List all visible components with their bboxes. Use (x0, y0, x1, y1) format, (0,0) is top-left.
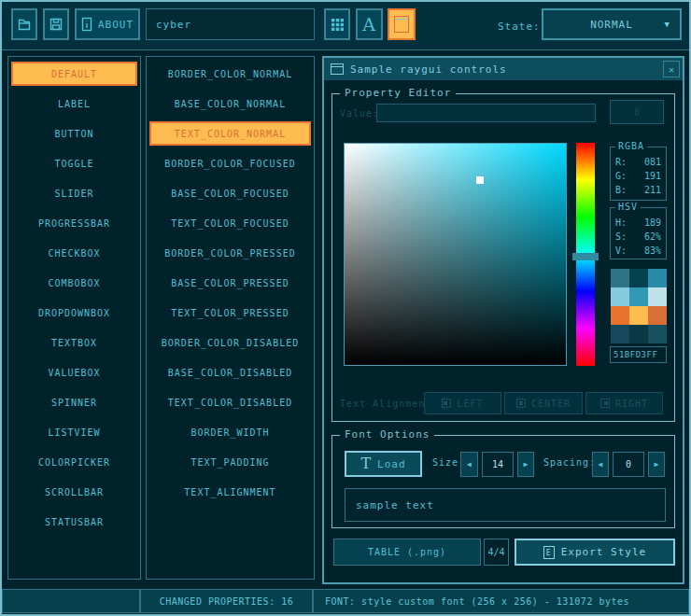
load-font-button[interactable]: T Load (345, 451, 422, 477)
property-item-border_color_focused[interactable]: BORDER_COLOR_FOCUSED (149, 151, 311, 175)
font-load-icon: T (360, 456, 372, 471)
palette-swatch-0[interactable] (611, 269, 629, 287)
export-format-button[interactable]: TABLE (.png) (333, 539, 481, 566)
spacing-increase-button[interactable]: ▶ (648, 452, 665, 477)
control-item-dropdownbox[interactable]: DROPDOWNBOX (11, 301, 137, 325)
state-dropdown[interactable]: NORMAL ▼ (542, 8, 682, 40)
palette-swatch-4[interactable] (629, 287, 648, 306)
format-pages-box[interactable]: 4/4 (484, 539, 509, 566)
export-style-label: Export Style (561, 546, 646, 558)
palette-swatch-5[interactable] (648, 287, 667, 306)
value-spinner-button[interactable]: 0 (610, 100, 664, 124)
control-item-label[interactable]: LABEL (11, 91, 137, 116)
arrow-right-icon: ▶ (655, 460, 659, 469)
palette-swatch-11[interactable] (648, 325, 667, 343)
hue-slider-handle[interactable] (572, 253, 599, 260)
sample-controls-window: Sample raygui controls ✕ Property Editor… (322, 56, 684, 584)
property-item-border_color_pressed[interactable]: BORDER_COLOR_PRESSED (149, 241, 311, 265)
g-label: G: (615, 169, 627, 183)
control-item-default[interactable]: DEFAULT (11, 62, 137, 86)
b-label: B: (615, 183, 627, 197)
style-palette-button[interactable] (324, 8, 350, 40)
s-value: 62% (644, 230, 661, 244)
palette-swatch-2[interactable] (648, 269, 667, 287)
arrow-right-icon: ▶ (524, 460, 529, 469)
control-item-colorpicker[interactable]: COLORPICKER (11, 450, 137, 474)
property-item-text_padding[interactable]: TEXT_PADDING (149, 450, 311, 474)
property-item-border_width[interactable]: BORDER_WIDTH (149, 420, 311, 444)
export-style-button[interactable]: E Export Style (515, 539, 675, 566)
sample-window-titlebar[interactable]: Sample raygui controls ✕ (324, 58, 683, 80)
chevron-down-icon: ▼ (665, 20, 670, 29)
load-font-label: Load (377, 458, 406, 470)
palette-swatch-6[interactable] (611, 306, 629, 325)
palette-swatch-8[interactable] (648, 306, 667, 325)
property-item-text_color_disabled[interactable]: TEXT_COLOR_DISABLED (149, 390, 311, 414)
control-item-textbox[interactable]: TEXTBOX (11, 330, 137, 355)
property-item-text_color_normal[interactable]: TEXT_COLOR_NORMAL (149, 121, 311, 146)
align-right-button[interactable]: RIGHT (585, 392, 663, 414)
statusbar-font-info: FONT: style custom font (256 x 256) - 13… (313, 589, 689, 613)
style-name-input[interactable] (146, 8, 315, 40)
control-item-toggle[interactable]: TOGGLE (11, 151, 137, 175)
sample-window-title: Sample raygui controls (350, 63, 507, 76)
value-input[interactable] (376, 104, 596, 122)
text-alignment-label: Text Alignmen (340, 399, 424, 409)
color-sv-panel[interactable] (344, 143, 567, 366)
align-center-label: CENTER (531, 399, 571, 409)
hue-bar[interactable] (576, 143, 595, 366)
close-icon[interactable]: ✕ (663, 61, 680, 77)
control-item-statusbar[interactable]: STATUSBAR (11, 510, 137, 534)
statusbar-left (2, 589, 140, 613)
property-item-border_color_normal[interactable]: BORDER_COLOR_NORMAL (149, 62, 311, 86)
h-value: 189 (644, 216, 661, 230)
align-center-button[interactable]: CENTER (504, 392, 583, 414)
property-item-text_color_focused[interactable]: TEXT_COLOR_FOCUSED (149, 211, 311, 235)
size-increase-button[interactable]: ▶ (517, 452, 534, 477)
color-selector[interactable] (476, 176, 484, 184)
sample-text-input[interactable] (345, 488, 666, 522)
palette-swatch-3[interactable] (611, 287, 629, 306)
arrow-left-icon: ◀ (467, 460, 472, 469)
export-file-icon: E (543, 546, 555, 559)
control-item-spinner[interactable]: SPINNER (11, 390, 137, 414)
palette-swatch-7[interactable] (629, 306, 648, 325)
control-item-progressbar[interactable]: PROGRESSBAR (11, 211, 137, 235)
font-settings-button[interactable]: A (356, 8, 383, 40)
property-item-base_color_normal[interactable]: BASE_COLOR_NORMAL (149, 91, 311, 116)
control-item-slider[interactable]: SLIDER (11, 181, 137, 205)
property-item-text_color_pressed[interactable]: TEXT_COLOR_PRESSED (149, 301, 311, 325)
control-item-checkbox[interactable]: CHECKBOX (11, 241, 137, 265)
font-options-group-label: Font Options (340, 428, 434, 441)
spacing-value-box[interactable]: 0 (613, 452, 644, 477)
palette-swatch-9[interactable] (611, 325, 629, 343)
property-item-text_alignment[interactable]: TEXT_ALIGNMENT (149, 480, 311, 504)
about-button[interactable]: ABOUT (75, 8, 140, 40)
property-item-border_color_disabled[interactable]: BORDER_COLOR_DISABLED (149, 330, 311, 355)
property-item-base_color_disabled[interactable]: BASE_COLOR_DISABLED (149, 360, 311, 385)
show-controls-window-button[interactable] (388, 8, 416, 40)
rgba-group: RGBA R:081 G:191 B:211 (610, 147, 667, 201)
align-center-icon (516, 399, 526, 408)
spacing-decrease-button[interactable]: ◀ (592, 452, 609, 477)
palette-swatch-1[interactable] (629, 269, 648, 287)
size-decrease-button[interactable]: ◀ (460, 452, 478, 477)
palette-swatch-10[interactable] (629, 325, 648, 343)
open-style-button[interactable] (11, 8, 37, 40)
control-item-listview[interactable]: LISTVIEW (11, 420, 137, 444)
align-right-label: RIGHT (615, 399, 648, 409)
hex-color-input[interactable]: 51BFD3FF (610, 346, 667, 363)
hsv-group-label: HSV (615, 202, 641, 212)
property-item-base_color_focused[interactable]: BASE_COLOR_FOCUSED (149, 181, 311, 205)
size-value-box[interactable]: 14 (482, 452, 514, 477)
control-item-combobox[interactable]: COMBOBOX (11, 271, 137, 295)
state-dropdown-value: NORMAL (590, 19, 633, 31)
control-item-scrollbar[interactable]: SCROLLBAR (11, 480, 137, 504)
property-item-base_color_pressed[interactable]: BASE_COLOR_PRESSED (149, 271, 311, 295)
state-label: State: (498, 21, 541, 33)
control-item-valuebox[interactable]: VALUEBOX (11, 360, 137, 385)
save-style-button[interactable] (43, 8, 69, 40)
folder-open-icon (17, 17, 32, 32)
control-item-button[interactable]: BUTTON (11, 121, 137, 146)
align-left-button[interactable]: LEFT (424, 392, 501, 414)
